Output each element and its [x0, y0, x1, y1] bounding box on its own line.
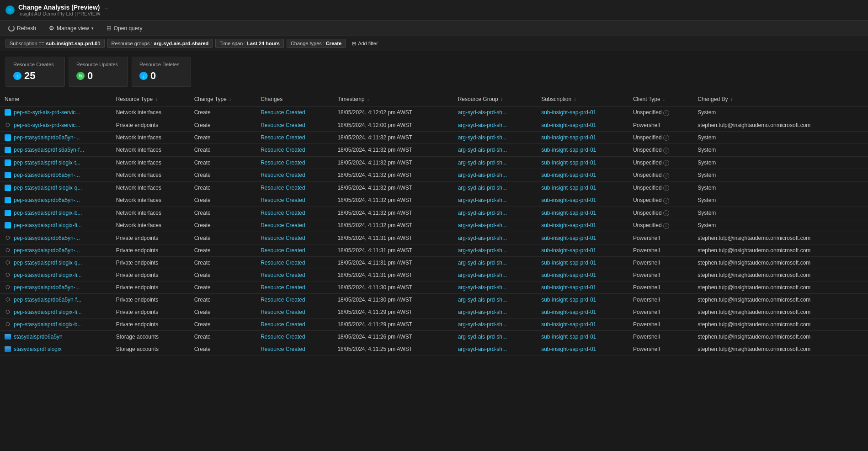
resource-name[interactable]: pep-stasydaisprdo6a5yn-f...	[14, 297, 81, 303]
cell-subscription[interactable]: sub-insight-sap-prd-01	[537, 207, 628, 219]
cell-changes[interactable]: Resource Created	[256, 232, 333, 244]
cell-resource-group[interactable]: arg-syd-ais-prd-sh...	[453, 281, 537, 293]
cell-changes[interactable]: Resource Created	[256, 169, 333, 182]
client-type-info-icon[interactable]: i	[663, 148, 669, 154]
filter-change-types[interactable]: Change types : Create	[287, 39, 346, 48]
filter-subscription[interactable]: Subscription == sub-insight-sap-prd-01	[5, 39, 105, 48]
resource-name[interactable]: pep-stasydaisprdf slogix-b...	[14, 321, 82, 328]
resource-name[interactable]: pep-sb-syd-ais-prd-servic...	[14, 109, 80, 116]
resource-name[interactable]: pep-stasydaisprdf slogix-t...	[14, 159, 80, 166]
resource-name[interactable]: pep-stasydaisprdf slogix-fi...	[14, 222, 82, 228]
resource-name[interactable]: pep-stasydaisprdo6a5yn-...	[14, 284, 80, 291]
cell-subscription[interactable]: sub-insight-sap-prd-01	[537, 281, 628, 293]
resource-name[interactable]: pep-stasydaisprdf slogix-q...	[14, 260, 82, 266]
client-type-info-icon[interactable]: i	[663, 110, 669, 116]
cell-subscription[interactable]: sub-insight-sap-prd-01	[537, 106, 628, 119]
cell-resource-group[interactable]: arg-syd-ais-prd-sh...	[453, 194, 537, 207]
cell-resource-group[interactable]: arg-syd-ais-prd-sh...	[453, 207, 537, 219]
cell-changes[interactable]: Resource Created	[256, 343, 333, 355]
cell-subscription[interactable]: sub-insight-sap-prd-01	[537, 181, 628, 194]
client-type-info-icon[interactable]: i	[663, 135, 669, 141]
resource-name[interactable]: pep-stasydaisprdf slogix-b...	[14, 210, 82, 216]
cell-subscription[interactable]: sub-insight-sap-prd-01	[537, 330, 628, 343]
filter-time-span[interactable]: Time span : Last 24 hours	[215, 39, 284, 48]
filter-resource-groups[interactable]: Resource groups : arg-syd-ais-prd-shared	[107, 39, 213, 48]
resource-name[interactable]: pep-stasydaisprdo6a5yn-...	[14, 134, 80, 141]
client-type-info-icon[interactable]: i	[663, 185, 669, 191]
col-header-timestamp[interactable]: Timestamp ↓	[333, 92, 453, 106]
resource-name[interactable]: pep-stasydaisprdf slogix-fi...	[14, 309, 82, 315]
manage-view-button[interactable]: ⚙ Manage view ▾	[46, 23, 96, 33]
cell-changes[interactable]: Resource Created	[256, 181, 333, 194]
cell-resource-group[interactable]: arg-syd-ais-prd-sh...	[453, 293, 537, 306]
resource-name[interactable]: pep-stasydaisprdf s6a5yn-f...	[14, 147, 84, 153]
cell-subscription[interactable]: sub-insight-sap-prd-01	[537, 169, 628, 182]
cell-changes[interactable]: Resource Created	[256, 131, 333, 144]
cell-resource-group[interactable]: arg-syd-ais-prd-sh...	[453, 181, 537, 194]
cell-subscription[interactable]: sub-insight-sap-prd-01	[537, 244, 628, 256]
cell-changes[interactable]: Resource Created	[256, 207, 333, 219]
resource-name[interactable]: pep-stasydaisprdo6a5yn-...	[14, 172, 80, 178]
refresh-button[interactable]: Refresh	[5, 24, 39, 33]
cell-subscription[interactable]: sub-insight-sap-prd-01	[537, 232, 628, 244]
col-header-subscription[interactable]: Subscription ↕	[537, 92, 628, 106]
cell-resource-group[interactable]: arg-syd-ais-prd-sh...	[453, 131, 537, 144]
col-header-name[interactable]: Name	[0, 92, 112, 106]
cell-resource-group[interactable]: arg-syd-ais-prd-sh...	[453, 144, 537, 157]
cell-changes[interactable]: Resource Created	[256, 306, 333, 318]
resource-name[interactable]: pep-stasydaisprdo6a5yn-...	[14, 197, 80, 203]
resource-name[interactable]: pep-stasydaisprdo6a5yn-...	[14, 235, 80, 241]
cell-changes[interactable]: Resource Created	[256, 244, 333, 256]
client-type-info-icon[interactable]: i	[663, 198, 669, 204]
cell-resource-group[interactable]: arg-syd-ais-prd-sh...	[453, 244, 537, 256]
cell-resource-group[interactable]: arg-syd-ais-prd-sh...	[453, 232, 537, 244]
resource-name[interactable]: pep-stasydaisprdo6a5yn-...	[14, 247, 80, 254]
cell-subscription[interactable]: sub-insight-sap-prd-01	[537, 144, 628, 157]
cell-subscription[interactable]: sub-insight-sap-prd-01	[537, 131, 628, 144]
cell-changes[interactable]: Resource Created	[256, 194, 333, 207]
cell-subscription[interactable]: sub-insight-sap-prd-01	[537, 256, 628, 269]
cell-resource-group[interactable]: arg-syd-ais-prd-sh...	[453, 330, 537, 343]
resource-name[interactable]: pep-sb-syd-ais-prd-servic...	[14, 122, 80, 128]
cell-changes[interactable]: Resource Created	[256, 119, 333, 131]
resource-name[interactable]: pep-stasydaisprdf slogix-q...	[14, 185, 82, 191]
resource-name[interactable]: pep-stasydaisprdf slogix-fi...	[14, 272, 82, 278]
col-header-resource-group[interactable]: Resource Group ↕	[453, 92, 537, 106]
cell-subscription[interactable]: sub-insight-sap-prd-01	[537, 318, 628, 330]
col-header-client-type[interactable]: Client Type ↕	[628, 92, 693, 106]
cell-subscription[interactable]: sub-insight-sap-prd-01	[537, 219, 628, 232]
cell-resource-group[interactable]: arg-syd-ais-prd-sh...	[453, 219, 537, 232]
resource-name[interactable]: stasydaisprdo6a5yn	[14, 334, 63, 340]
cell-resource-group[interactable]: arg-syd-ais-prd-sh...	[453, 169, 537, 182]
resource-name[interactable]: stasydaisprdf slogix	[14, 346, 62, 352]
cell-changes[interactable]: Resource Created	[256, 330, 333, 343]
cell-subscription[interactable]: sub-insight-sap-prd-01	[537, 306, 628, 318]
client-type-info-icon[interactable]: i	[663, 223, 669, 229]
cell-changes[interactable]: Resource Created	[256, 156, 333, 169]
cell-changes[interactable]: Resource Created	[256, 318, 333, 330]
cell-subscription[interactable]: sub-insight-sap-prd-01	[537, 156, 628, 169]
cell-resource-group[interactable]: arg-syd-ais-prd-sh...	[453, 156, 537, 169]
cell-subscription[interactable]: sub-insight-sap-prd-01	[537, 119, 628, 131]
cell-subscription[interactable]: sub-insight-sap-prd-01	[537, 194, 628, 207]
cell-changes[interactable]: Resource Created	[256, 219, 333, 232]
title-ellipsis[interactable]: ...	[104, 4, 109, 11]
cell-resource-group[interactable]: arg-syd-ais-prd-sh...	[453, 318, 537, 330]
client-type-info-icon[interactable]: i	[663, 173, 669, 179]
cell-resource-group[interactable]: arg-syd-ais-prd-sh...	[453, 343, 537, 355]
cell-subscription[interactable]: sub-insight-sap-prd-01	[537, 269, 628, 281]
cell-resource-group[interactable]: arg-syd-ais-prd-sh...	[453, 269, 537, 281]
cell-resource-group[interactable]: arg-syd-ais-prd-sh...	[453, 256, 537, 269]
col-header-changes[interactable]: Changes	[256, 92, 333, 106]
client-type-info-icon[interactable]: i	[663, 160, 669, 166]
client-type-info-icon[interactable]: i	[663, 210, 669, 216]
col-header-resource-type[interactable]: Resource Type ↕	[112, 92, 190, 106]
cell-resource-group[interactable]: arg-syd-ais-prd-sh...	[453, 306, 537, 318]
col-header-changed-by[interactable]: Changed By ↕	[693, 92, 868, 106]
cell-changes[interactable]: Resource Created	[256, 293, 333, 306]
cell-subscription[interactable]: sub-insight-sap-prd-01	[537, 343, 628, 355]
open-query-button[interactable]: ⊞ Open query	[104, 23, 145, 33]
cell-changes[interactable]: Resource Created	[256, 269, 333, 281]
cell-changes[interactable]: Resource Created	[256, 256, 333, 269]
add-filter-button[interactable]: ⊞ Add filter	[348, 39, 381, 48]
